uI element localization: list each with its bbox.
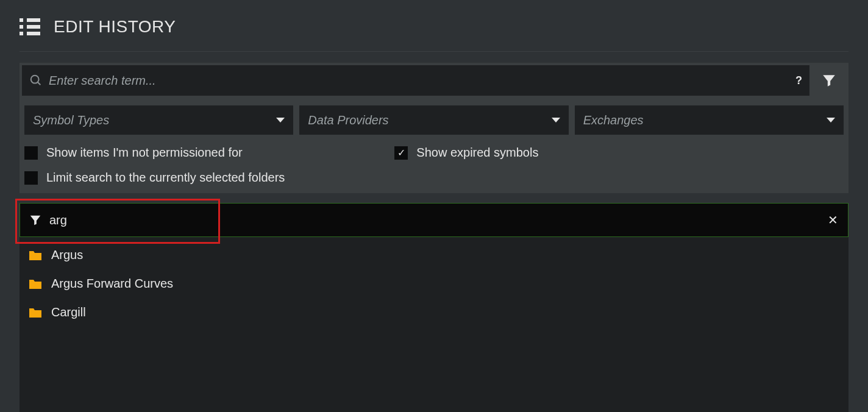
clear-filter-button[interactable]: ✕: [828, 213, 838, 227]
dropdown-label: Exchanges: [583, 113, 644, 127]
help-icon[interactable]: ?: [795, 74, 802, 87]
result-label: Argus: [51, 248, 83, 262]
results-area: arg ✕ Argus Argus Forward Curves Cargill: [20, 203, 848, 412]
filter-term-text: arg: [49, 213, 67, 227]
filter-term-bar[interactable]: arg ✕: [20, 203, 848, 237]
search-input[interactable]: [49, 74, 789, 88]
chevron-down-icon: [552, 118, 560, 123]
filter-icon: [821, 73, 837, 88]
data-providers-dropdown[interactable]: Data Providers: [299, 105, 568, 135]
checkbox-icon: ✓: [394, 146, 408, 160]
exchanges-dropdown[interactable]: Exchanges: [575, 105, 844, 135]
dropdown-label: Data Providers: [308, 113, 388, 127]
divider: [20, 51, 848, 52]
checkbox-label: Limit search to the currently selected f…: [46, 171, 285, 185]
search-box[interactable]: ?: [22, 65, 809, 96]
folder-icon: [28, 249, 43, 261]
list-item[interactable]: Argus Forward Curves: [20, 269, 848, 298]
list-item[interactable]: Cargill: [20, 298, 848, 327]
page-title: EDIT HISTORY: [54, 17, 176, 37]
result-label: Argus Forward Curves: [51, 277, 173, 291]
list-menu-icon[interactable]: [20, 18, 40, 35]
folder-icon: [28, 307, 43, 319]
list-item[interactable]: Argus: [20, 241, 848, 269]
checkbox-label: Show expired symbols: [416, 146, 538, 160]
expired-symbols-checkbox[interactable]: ✓ Show expired symbols: [394, 146, 538, 160]
checkbox-icon: [24, 171, 38, 185]
limit-folders-checkbox[interactable]: Limit search to the currently selected f…: [24, 171, 285, 185]
search-panel: ? Symbol Types Data Providers Exchanges: [20, 63, 848, 193]
chevron-down-icon: [276, 118, 285, 123]
filter-icon: [29, 213, 42, 227]
result-label: Cargill: [51, 305, 86, 319]
symbol-types-dropdown[interactable]: Symbol Types: [24, 105, 293, 135]
not-permissioned-checkbox[interactable]: Show items I'm not permissioned for: [24, 146, 285, 160]
filter-toggle-button[interactable]: [812, 65, 846, 96]
result-list: Argus Argus Forward Curves Cargill: [20, 237, 848, 412]
chevron-down-icon: [827, 118, 835, 123]
svg-point-0: [31, 76, 39, 83]
dropdown-label: Symbol Types: [33, 113, 109, 127]
folder-icon: [28, 278, 43, 290]
svg-line-1: [38, 82, 41, 85]
checkbox-label: Show items I'm not permissioned for: [46, 146, 243, 160]
header: EDIT HISTORY: [20, 17, 848, 37]
checkbox-icon: [24, 146, 38, 160]
search-icon: [29, 74, 43, 87]
